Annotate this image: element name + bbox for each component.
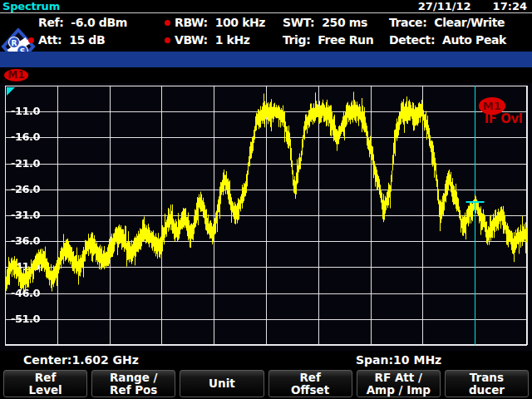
changed-dot-icon — [165, 20, 170, 26]
rbw-setting: RBW: 100 kHz — [165, 14, 265, 32]
softkey-bar: Ref LevelRange / Ref PosUnitRef OffsetRF… — [0, 370, 532, 397]
trace-canvas — [0, 83, 532, 351]
span-label: Span:10 MHz — [356, 352, 441, 368]
center-frequency-label: Center:1.602 GHz — [23, 352, 139, 368]
trace-setting: Trace: Clear/Write — [389, 14, 506, 32]
settings-header: R S Ref: -6.0 dBm Att: 15 dB RBW: 100 kH… — [0, 13, 532, 51]
changed-dot-icon — [28, 37, 34, 43]
softkey-ref-level[interactable]: Ref Level — [3, 370, 87, 397]
swt-setting: SWT: 250 ms — [283, 14, 373, 32]
vbw-setting: VBW: 1 kHz — [165, 32, 265, 49]
ref-level-setting: Ref: -6.0 dBm — [28, 14, 127, 32]
softkey-transducer[interactable]: Trans ducer — [445, 370, 529, 397]
time-label: 17:24 — [493, 0, 527, 12]
date-time: 27/11/12 17:24 — [418, 0, 527, 12]
ref-position-icon — [7, 87, 15, 96]
settings-col-level: Ref: -6.0 dBm Att: 15 dB — [28, 14, 127, 49]
softkey-rf-att-amp-imp[interactable]: RF Att / Amp / Imp — [357, 370, 441, 397]
frequency-axis-row: Center:1.602 GHz Span:10 MHz — [0, 352, 532, 368]
mode-label: Spectrum — [2, 0, 60, 12]
marker-readout-bar: M1 1.606 GHz -28.4 dBm — [0, 67, 532, 83]
center-frequency-bar: C 1.6059973523 GHz — [0, 52, 532, 67]
softkey-range-ref-pos[interactable]: Range / Ref Pos — [91, 370, 175, 397]
spectrum-graph: -11.0-16.0-21.0-26.0-31.0-36.0-41.0-46.0… — [0, 83, 532, 351]
softkey-ref-offset[interactable]: Ref Offset — [268, 370, 352, 397]
detect-setting: Detect: Auto Peak — [389, 32, 506, 49]
trig-setting: Trig: Free Run — [283, 32, 373, 49]
svg-text:R: R — [12, 39, 17, 47]
marker-m1-flag[interactable]: M1 — [479, 97, 505, 115]
softkey-unit[interactable]: Unit — [180, 370, 264, 397]
att-setting: Att: 15 dB — [28, 32, 127, 49]
settings-col-bandwidth: RBW: 100 kHz VBW: 1 kHz — [165, 14, 265, 49]
date-label: 27/11/12 — [418, 0, 471, 12]
title-bar: Spectrum 27/11/12 17:24 — [0, 0, 532, 13]
settings-col-sweep: SWT: 250 ms Trig: Free Run — [283, 14, 373, 49]
marker-m1-badge: M1 — [4, 69, 28, 81]
settings-col-trace: Trace: Clear/Write Detect: Auto Peak — [389, 14, 506, 49]
changed-dot-icon — [165, 37, 170, 43]
